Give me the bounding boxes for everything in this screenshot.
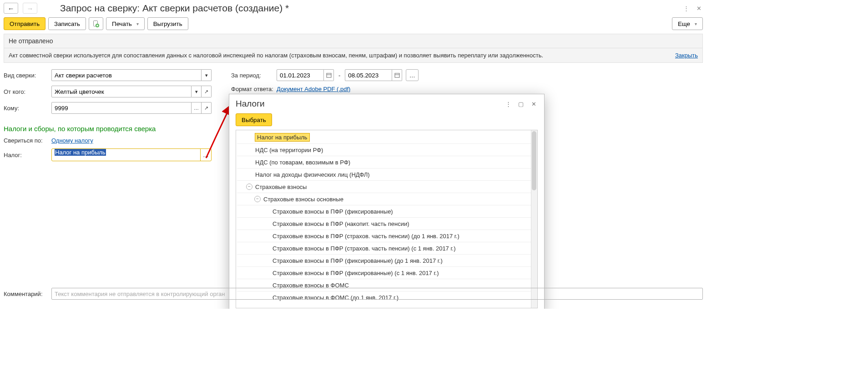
period-dash: -	[338, 72, 340, 79]
tree-item-label: Страховые взносы в ПФР (страхов. часть п…	[273, 233, 459, 240]
tree-toggle-blank	[263, 270, 270, 276]
komu-field[interactable]	[51, 102, 192, 114]
date-from-field[interactable]	[277, 69, 324, 81]
label-nalog: Налог:	[4, 152, 51, 158]
tree-item[interactable]: Страховые взносы в ПФР (страхов. часть п…	[237, 242, 537, 254]
sver-po-link[interactable]: Одному налогу	[51, 137, 93, 144]
tree-toggle-blank	[246, 159, 252, 165]
tree-toggle-blank	[246, 147, 252, 153]
label-format: Формат ответа:	[231, 86, 277, 92]
tree-item[interactable]: Страховые взносы в ПФР (фиксированные) (…	[237, 254, 537, 266]
tree-item-label: Страховые взносы в ПФР (накопит. часть п…	[273, 220, 409, 227]
vid-sverki-dropdown-icon[interactable]: ▾	[202, 69, 212, 81]
tree-item[interactable]: Страховые взносы в ПФР (фиксированные)	[237, 205, 537, 217]
arrow-right-icon: →	[27, 5, 34, 12]
collapse-icon[interactable]: −	[246, 184, 252, 190]
tree-item[interactable]: НДС (на территории РФ)	[237, 143, 537, 156]
tree-item[interactable]: Налог на прибыль	[237, 131, 537, 143]
label-ot-kogo: От кого:	[4, 88, 51, 95]
file-plus-icon	[92, 20, 100, 27]
print-button[interactable]: Печать	[106, 17, 145, 30]
label-za-period: За период:	[231, 72, 277, 79]
tree-item-label: Страховые взносы в ПФР (фиксированные) (…	[273, 257, 443, 264]
info-text: Акт совместной сверки используется для с…	[9, 52, 543, 59]
send-button[interactable]: Отправить	[4, 17, 45, 30]
save-button[interactable]: Записать	[48, 17, 86, 30]
toolbar: Отправить Записать Печать Выгрузить Еще	[4, 17, 703, 30]
comment-field[interactable]: Текст комментария не отправляется в конт…	[51, 288, 703, 300]
nav-forward-button[interactable]: →	[23, 3, 37, 14]
date-to-field[interactable]	[345, 69, 392, 81]
attach-file-button[interactable]	[89, 17, 103, 30]
status-bar: Не отправлено	[4, 34, 703, 48]
more-button[interactable]: Еще	[672, 17, 703, 30]
label-vid-sverki: Вид сверки:	[4, 72, 51, 79]
period-more-button[interactable]: …	[406, 69, 419, 81]
calendar-icon	[394, 72, 400, 78]
format-link[interactable]: Документ Adobe PDF (.pdf)	[277, 86, 350, 92]
tree-toggle-blank	[246, 134, 252, 141]
tree-item-label: Налог на доходы физических лиц (НДФЛ)	[255, 171, 370, 178]
date-to-calendar-icon[interactable]	[392, 69, 402, 81]
tree-item[interactable]: −Страховые взносы	[237, 180, 537, 193]
komu-dots-icon[interactable]: …	[192, 102, 202, 114]
tree-item[interactable]: Страховые взносы в ПФР (страхов. часть п…	[237, 230, 537, 242]
tree-toggle-blank	[263, 245, 270, 251]
vid-sverki-select[interactable]	[51, 69, 202, 81]
tree-item-label: Страховые взносы	[255, 184, 307, 190]
tree-item[interactable]: Страховые взносы в ПФР (фиксированные) (…	[237, 266, 537, 279]
collapse-icon[interactable]: −	[254, 196, 261, 202]
taxes-tree: Налог на прибыльНДС (на территории РФ)НД…	[236, 130, 537, 304]
tree-toggle-blank	[263, 257, 270, 264]
svg-rect-3	[395, 73, 399, 77]
export-button[interactable]: Выгрузить	[147, 17, 188, 30]
nalog-field-wrap: Налог на прибыль …	[51, 148, 212, 161]
ot-kogo-open-icon[interactable]: ↗	[202, 86, 212, 97]
tree-toggle-blank	[263, 208, 270, 215]
arrow-left-icon: ←	[8, 5, 15, 12]
popup-scrollbar[interactable]	[531, 130, 537, 308]
popup-select-button[interactable]: Выбрать	[236, 113, 272, 126]
tree-item-label: Страховые взносы в ПФР (фиксированные)	[273, 208, 393, 215]
window-kebab-icon[interactable]: ⋮	[682, 4, 690, 12]
popup-title: Налоги	[236, 99, 500, 109]
ot-kogo-field[interactable]	[51, 86, 192, 97]
tree-item-label: НДС (на территории РФ)	[255, 147, 323, 153]
tree-toggle-blank	[263, 282, 270, 288]
nav-back-button[interactable]: ←	[4, 3, 18, 14]
label-komu: Кому:	[4, 105, 51, 112]
tree-item[interactable]: Налог на доходы физических лиц (НДФЛ)	[237, 168, 537, 180]
tree-item-label: Страховые взносы основные	[263, 196, 343, 203]
taxes-popup: Налоги ⋮ ▢ ✕ Выбрать Налог на прибыльНДС…	[229, 94, 545, 309]
popup-maximize-icon[interactable]: ▢	[516, 99, 526, 109]
nalog-field-value: Налог на прибыль	[55, 149, 106, 156]
window-close-icon[interactable]: ✕	[695, 4, 703, 12]
label-comment: Комментарий:	[4, 291, 51, 297]
tree-item[interactable]: НДС (по товарам, ввозимым в РФ)	[237, 156, 537, 168]
date-from-calendar-icon[interactable]	[324, 69, 334, 81]
tree-item[interactable]: −Страховые взносы основные	[237, 193, 537, 205]
popup-close-icon[interactable]: ✕	[529, 99, 539, 109]
svg-rect-2	[327, 73, 331, 77]
popup-scroll-thumb[interactable]	[532, 131, 536, 190]
tree-toggle-blank	[263, 220, 270, 227]
ot-kogo-dropdown-icon[interactable]: ▾	[192, 86, 202, 97]
nalog-field[interactable]: Налог на прибыль	[52, 149, 200, 161]
tree-item-label: Налог на прибыль	[255, 134, 309, 141]
page-title: Запрос на сверку: Акт сверки расчетов (с…	[60, 3, 289, 14]
komu-open-icon[interactable]: ↗	[202, 102, 212, 114]
calendar-icon	[326, 72, 332, 78]
tree-toggle-blank	[263, 233, 270, 239]
tree-item-label: НДС (по товарам, ввозимым в РФ)	[255, 159, 350, 166]
tree-item-label: Страховые взносы в ПФР (страхов. часть п…	[273, 245, 456, 252]
tree-item[interactable]: Страховые взносы в ПФР (накопит. часть п…	[237, 217, 537, 230]
nalog-dots-button[interactable]: …	[200, 149, 211, 161]
popup-kebab-icon[interactable]: ⋮	[503, 99, 513, 109]
tree-item-label: Страховые взносы в ПФР (фиксированные) (…	[273, 270, 439, 276]
label-sver-po: Свериться по:	[4, 137, 51, 144]
comment-placeholder: Текст комментария не отправляется в конт…	[55, 291, 225, 297]
tree-toggle-blank	[246, 171, 252, 178]
info-bar: Акт совместной сверки используется для с…	[4, 48, 703, 63]
close-info-link[interactable]: Закрыть	[675, 52, 698, 59]
section-heading-taxes: Налоги и сборы, по которым проводится св…	[4, 125, 217, 133]
